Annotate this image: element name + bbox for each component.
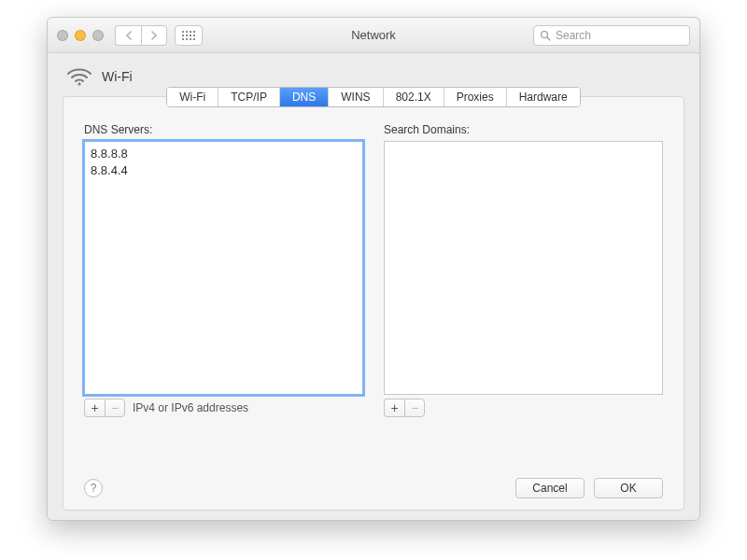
minimize-window-icon[interactable] — [75, 30, 86, 41]
back-button[interactable] — [115, 25, 141, 46]
ok-button[interactable]: OK — [594, 478, 663, 498]
svg-point-2 — [78, 82, 80, 85]
tab-wi-fi[interactable]: Wi-Fi — [167, 88, 218, 106]
network-preferences-window: Network Search Wi-Fi Wi-FiTCP/IPDNSWINS8… — [47, 17, 700, 521]
dns-remove-button[interactable]: − — [105, 399, 125, 417]
domain-list-actions: + − — [384, 399, 663, 417]
dns-server-item[interactable]: 8.8.8.8 — [91, 146, 357, 162]
dns-servers-column: DNS Servers: 8.8.8.88.8.4.4 + − IPv4 or … — [84, 123, 363, 417]
tab-wins[interactable]: WINS — [329, 88, 383, 106]
dns-servers-listbox[interactable]: 8.8.8.88.8.4.4 — [84, 141, 363, 395]
chevron-left-icon — [125, 31, 133, 40]
titlebar: Network Search — [48, 18, 699, 53]
search-domains-listbox[interactable] — [384, 141, 663, 395]
search-icon — [540, 30, 551, 41]
grid-icon — [182, 31, 195, 40]
dns-add-button[interactable]: + — [84, 399, 105, 417]
search-placeholder: Search — [556, 29, 591, 42]
cancel-button[interactable]: Cancel — [515, 478, 585, 498]
dns-list-actions: + − IPv4 or IPv6 addresses — [84, 399, 363, 417]
svg-point-0 — [542, 31, 548, 37]
dns-server-item[interactable]: 8.8.4.4 — [91, 162, 357, 179]
wifi-icon — [66, 66, 92, 87]
search-domains-label: Search Domains: — [384, 123, 663, 136]
panel-footer: ? Cancel OK — [63, 478, 684, 498]
forward-button[interactable] — [141, 25, 167, 46]
search-input[interactable]: Search — [533, 25, 690, 46]
nav-back-forward — [115, 25, 167, 46]
dns-servers-label: DNS Servers: — [84, 123, 363, 136]
dns-hint-label: IPv4 or IPv6 addresses — [133, 401, 248, 414]
tab-tcp-ip[interactable]: TCP/IP — [218, 88, 280, 106]
tab-dns[interactable]: DNS — [280, 88, 329, 106]
dns-columns: DNS Servers: 8.8.8.88.8.4.4 + − IPv4 or … — [63, 118, 684, 417]
domain-add-button[interactable]: + — [384, 399, 404, 417]
settings-panel: Wi-FiTCP/IPDNSWINS802.1XProxiesHardware … — [63, 96, 684, 511]
tab-bar: Wi-FiTCP/IPDNSWINS802.1XProxiesHardware — [63, 87, 684, 107]
tab-hardware[interactable]: Hardware — [507, 88, 580, 106]
close-window-icon[interactable] — [57, 30, 68, 41]
zoom-window-icon[interactable] — [92, 30, 104, 41]
tab-segmented-control: Wi-FiTCP/IPDNSWINS802.1XProxiesHardware — [166, 87, 580, 107]
domain-remove-button[interactable]: − — [404, 399, 425, 417]
tab-802-1x[interactable]: 802.1X — [384, 88, 444, 106]
chevron-right-icon — [150, 31, 158, 40]
tab-proxies[interactable]: Proxies — [444, 88, 507, 106]
window-controls — [57, 30, 104, 41]
svg-line-1 — [547, 37, 550, 40]
search-domains-column: Search Domains: + − — [384, 123, 663, 417]
interface-label: Wi-Fi — [102, 69, 133, 84]
help-button[interactable]: ? — [84, 479, 103, 497]
show-all-button[interactable] — [175, 25, 203, 46]
